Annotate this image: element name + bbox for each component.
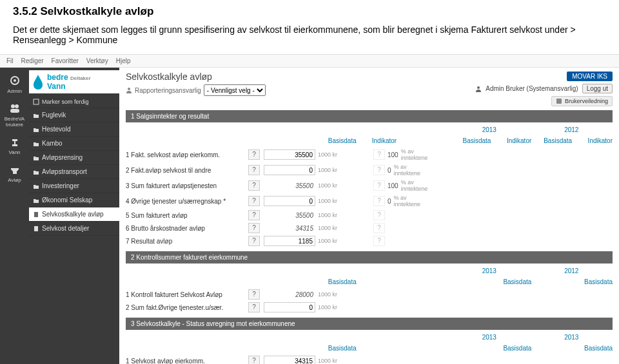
sidebar-item-økonomi-selskap[interactable]: Økonomi Selskap	[29, 193, 119, 207]
svg-rect-10	[556, 99, 562, 104]
rail-icon	[8, 102, 21, 115]
value-readonly: 34315	[264, 225, 315, 232]
help-icon[interactable]: ?	[248, 180, 260, 191]
indicator-unit: % av inntektene	[398, 148, 431, 161]
menu-rediger[interactable]: Rediger	[21, 57, 44, 64]
reporting-responsible: Rapporteringsansvarlig - Vennligst velg …	[126, 84, 266, 96]
sidebar-label: Hestevold	[42, 126, 70, 133]
svg-point-1	[14, 79, 16, 82]
unit: 1000 kr	[315, 198, 348, 204]
main-content: Selvkostkalkyle avløp Rapporteringsansva…	[119, 68, 619, 364]
help-icon[interactable]: ?	[248, 165, 260, 175]
row-label: 2 Sum fakt.Øvrige tjenester.u/sær.	[126, 304, 248, 311]
help-icon[interactable]: ?	[373, 196, 385, 206]
rail-icon	[8, 163, 21, 176]
unit: 1000 kr	[315, 151, 348, 158]
rail-vann[interactable]: Vann	[0, 131, 29, 159]
sidebar-label: Avløpstransport	[42, 168, 87, 175]
svg-rect-5	[34, 99, 39, 104]
rail-icon	[8, 74, 21, 87]
value-input[interactable]	[264, 196, 315, 206]
menu-verktøy[interactable]: Verktøy	[86, 57, 108, 64]
rail-icon	[8, 135, 21, 148]
help-icon[interactable]: ?	[373, 236, 385, 246]
svg-point-3	[15, 104, 19, 108]
value-input[interactable]	[264, 165, 315, 175]
rail-bedreva-brukere[interactable]: BedreVAbrukere	[0, 98, 29, 131]
value-readonly: 28000	[264, 291, 315, 298]
col-basisdata-s2y1: Basisdata	[451, 278, 532, 285]
folder-icon	[33, 183, 39, 189]
rail-admin[interactable]: Admin	[0, 70, 29, 98]
row-label: 7 Resultat avløp	[126, 238, 248, 245]
help-icon[interactable]: ?	[373, 180, 385, 191]
help-icon[interactable]: ?	[248, 196, 260, 206]
sidebar-item-kambo[interactable]: Kambo	[29, 137, 119, 151]
year-2013: 2013	[448, 126, 531, 133]
section-3-head: 3 Selvkostkalkyle - Status avregning mot…	[126, 318, 613, 330]
row-label: 3 Sum fakturert avløpstjenesten	[126, 182, 248, 189]
drop-icon	[32, 73, 44, 90]
logo: bedre Deltaker Vann	[29, 70, 119, 93]
menu-favoritter[interactable]: Favoritter	[52, 57, 79, 64]
unit: 1000 kr	[315, 182, 348, 189]
menu-hjelp[interactable]: Hjelp	[116, 57, 131, 64]
help-icon[interactable]: ?	[248, 236, 260, 246]
unit: 1000 kr	[315, 225, 348, 231]
help-icon[interactable]: ?	[248, 289, 260, 300]
svg-rect-6	[34, 212, 38, 217]
rapp-select[interactable]: - Vennligst velg -	[204, 84, 266, 96]
col-basisdata-s2: Basisdata	[244, 278, 369, 285]
col-basisdata-s3y2: Basisdata	[531, 345, 613, 352]
help-icon[interactable]: ?	[248, 356, 260, 364]
logout-button[interactable]: Logg ut	[582, 84, 613, 93]
sidebar-item-investeringer[interactable]: Investeringer	[29, 179, 119, 193]
value-input[interactable]	[264, 236, 315, 246]
col-indikator-y1: Indikator	[491, 137, 531, 144]
sidebar-item-avløpstransport[interactable]: Avløpstransport	[29, 165, 119, 179]
user-guide-button[interactable]: Brukerveiledning	[551, 96, 613, 106]
sidebar-item-fuglevik[interactable]: Fuglevik	[29, 108, 119, 122]
rapp-label: Rapporteringsansvarlig	[135, 87, 201, 94]
folder-icon	[33, 140, 39, 147]
year-2012: 2012	[531, 126, 613, 133]
folder-icon	[33, 197, 39, 204]
data-row: 7 Resultat avløp?1000 kr?	[126, 235, 613, 247]
user-name: Admin Bruker (Systemansvarlig)	[486, 85, 578, 92]
help-icon[interactable]: ?	[248, 223, 260, 233]
mark-done-label: Marker som ferdig	[42, 99, 89, 105]
unit: 1000 kr	[315, 212, 348, 218]
help-icon[interactable]: ?	[248, 210, 260, 220]
row-label: 6 Brutto årskostnader avløp	[126, 225, 248, 232]
rail-avløp[interactable]: Avløp	[0, 159, 29, 187]
help-icon[interactable]: ?	[248, 302, 260, 312]
value-readonly: 35500	[264, 182, 315, 189]
row-label: 4 Øvrige tjenester u/særregnskap *	[126, 198, 248, 205]
sidebar-item-selvkost-detaljer[interactable]: Selvkost detaljer	[29, 222, 119, 236]
sidebar-item-avløpsrensing[interactable]: Avløpsrensing	[29, 151, 119, 165]
left-rail: AdminBedreVAbrukereVannAvløp	[0, 68, 29, 364]
data-row: 2 Sum fakt.Øvrige tjenester.u/sær.?1000 …	[126, 301, 613, 314]
help-icon[interactable]: ?	[373, 210, 385, 220]
help-icon[interactable]: ?	[373, 149, 385, 160]
value-input[interactable]	[264, 356, 315, 364]
sidebar-item-hestevold[interactable]: Hestevold	[29, 122, 119, 137]
folder-icon	[33, 112, 39, 119]
value-input[interactable]	[264, 149, 315, 160]
value-input[interactable]	[264, 302, 315, 312]
help-icon[interactable]: ?	[373, 223, 385, 233]
sidebar-label: Fuglevik	[42, 111, 66, 119]
help-icon[interactable]: ?	[373, 165, 385, 175]
data-row: 1 Kontroll fakturert Selvkost Avløp?2800…	[126, 288, 613, 301]
help-icon[interactable]: ?	[248, 149, 260, 160]
menu-fil[interactable]: Fil	[6, 57, 14, 64]
sidebar-label: Selvkostkalkyle avløp	[42, 211, 104, 218]
section-2-head: 2 Kontrollsummer fakturert eierkommune	[126, 251, 613, 263]
logo-badge: Deltaker	[70, 75, 91, 81]
mark-done[interactable]: Marker som ferdig	[29, 96, 119, 108]
sidebar-label: Avløpsrensing	[42, 154, 83, 161]
indicator-unit: % av inntektene	[398, 179, 431, 192]
sidebar-item-selvkostkalkyle-avløp[interactable]: Selvkostkalkyle avløp	[29, 207, 119, 222]
book-icon	[556, 98, 562, 104]
row-label: 1 Fakt. selvkost avløp eierkomm.	[126, 151, 248, 158]
